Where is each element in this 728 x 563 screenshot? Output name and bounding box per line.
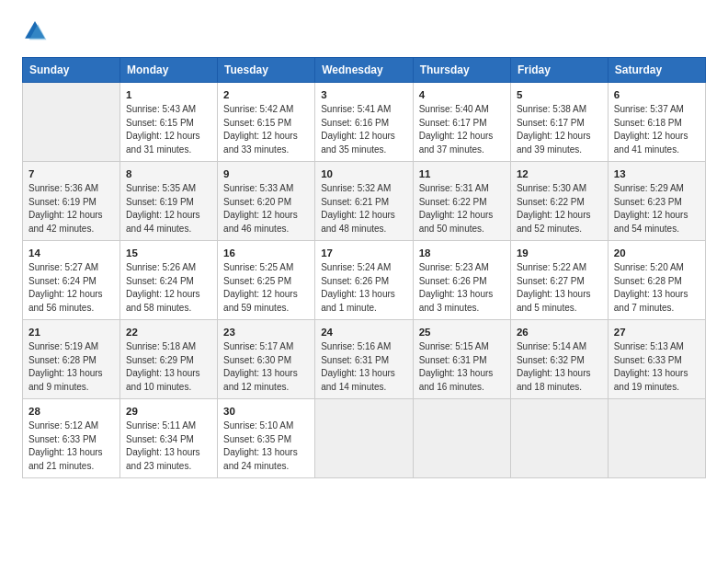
weekday-header: Tuesday — [218, 58, 315, 83]
calendar-cell: 18Sunrise: 5:23 AM Sunset: 6:26 PM Dayli… — [413, 241, 510, 320]
day-info: Sunrise: 5:27 AM Sunset: 6:24 PM Dayligh… — [28, 261, 114, 315]
day-info: Sunrise: 5:24 AM Sunset: 6:26 PM Dayligh… — [321, 261, 406, 315]
calendar-cell: 10Sunrise: 5:32 AM Sunset: 6:21 PM Dayli… — [315, 162, 413, 241]
day-info: Sunrise: 5:31 AM Sunset: 6:22 PM Dayligh… — [419, 182, 505, 236]
calendar-cell: 14Sunrise: 5:27 AM Sunset: 6:24 PM Dayli… — [23, 241, 120, 320]
weekday-header: Sunday — [23, 58, 120, 83]
day-number: 1 — [126, 87, 211, 102]
logo — [22, 18, 51, 44]
day-number: 4 — [419, 87, 505, 102]
day-number: 23 — [223, 325, 309, 339]
calendar-cell — [23, 83, 120, 162]
day-info: Sunrise: 5:43 AM Sunset: 6:15 PM Dayligh… — [126, 103, 211, 156]
page-header — [22, 18, 706, 44]
calendar-cell: 17Sunrise: 5:24 AM Sunset: 6:26 PM Dayli… — [315, 241, 413, 320]
calendar-cell: 4Sunrise: 5:40 AM Sunset: 6:17 PM Daylig… — [413, 83, 510, 162]
day-number: 28 — [28, 404, 114, 419]
day-number: 12 — [517, 167, 602, 181]
day-info: Sunrise: 5:32 AM Sunset: 6:21 PM Dayligh… — [321, 182, 406, 236]
calendar-cell: 3Sunrise: 5:41 AM Sunset: 6:16 PM Daylig… — [315, 83, 413, 162]
day-number: 15 — [126, 246, 211, 260]
calendar-cell: 28Sunrise: 5:12 AM Sunset: 6:33 PM Dayli… — [23, 399, 120, 478]
calendar-cell: 15Sunrise: 5:26 AM Sunset: 6:24 PM Dayli… — [120, 241, 218, 320]
day-info: Sunrise: 5:13 AM Sunset: 6:33 PM Dayligh… — [614, 340, 700, 394]
calendar-cell — [413, 399, 510, 478]
day-info: Sunrise: 5:19 AM Sunset: 6:28 PM Dayligh… — [28, 340, 114, 394]
day-info: Sunrise: 5:22 AM Sunset: 6:27 PM Dayligh… — [517, 261, 602, 315]
day-number: 11 — [419, 167, 505, 181]
calendar-cell: 22Sunrise: 5:18 AM Sunset: 6:29 PM Dayli… — [120, 320, 218, 399]
day-number: 17 — [321, 246, 406, 260]
day-info: Sunrise: 5:18 AM Sunset: 6:29 PM Dayligh… — [126, 340, 211, 394]
day-number: 29 — [126, 404, 211, 419]
calendar-cell: 2Sunrise: 5:42 AM Sunset: 6:15 PM Daylig… — [218, 83, 315, 162]
calendar-cell: 11Sunrise: 5:31 AM Sunset: 6:22 PM Dayli… — [413, 162, 510, 241]
day-info: Sunrise: 5:23 AM Sunset: 6:26 PM Dayligh… — [419, 261, 505, 315]
day-number: 19 — [517, 246, 602, 260]
calendar-cell: 23Sunrise: 5:17 AM Sunset: 6:30 PM Dayli… — [218, 320, 315, 399]
day-number: 3 — [321, 87, 406, 102]
day-number: 21 — [28, 325, 114, 339]
day-info: Sunrise: 5:15 AM Sunset: 6:31 PM Dayligh… — [419, 340, 505, 394]
day-number: 2 — [223, 87, 309, 102]
calendar-cell: 12Sunrise: 5:30 AM Sunset: 6:22 PM Dayli… — [510, 162, 608, 241]
calendar-cell: 8Sunrise: 5:35 AM Sunset: 6:19 PM Daylig… — [120, 162, 218, 241]
calendar-week-row: 21Sunrise: 5:19 AM Sunset: 6:28 PM Dayli… — [23, 320, 706, 399]
day-info: Sunrise: 5:40 AM Sunset: 6:17 PM Dayligh… — [419, 103, 505, 156]
calendar-cell — [315, 399, 413, 478]
calendar-cell: 13Sunrise: 5:29 AM Sunset: 6:23 PM Dayli… — [608, 162, 705, 241]
day-info: Sunrise: 5:36 AM Sunset: 6:19 PM Dayligh… — [28, 182, 114, 236]
day-info: Sunrise: 5:17 AM Sunset: 6:30 PM Dayligh… — [223, 340, 309, 394]
calendar-table: SundayMondayTuesdayWednesdayThursdayFrid… — [22, 57, 706, 478]
day-info: Sunrise: 5:11 AM Sunset: 6:34 PM Dayligh… — [126, 419, 211, 473]
calendar-week-row: 14Sunrise: 5:27 AM Sunset: 6:24 PM Dayli… — [23, 241, 706, 320]
calendar-week-row: 1Sunrise: 5:43 AM Sunset: 6:15 PM Daylig… — [23, 83, 706, 162]
day-number: 24 — [321, 325, 406, 339]
calendar-cell: 6Sunrise: 5:37 AM Sunset: 6:18 PM Daylig… — [608, 83, 705, 162]
weekday-header: Thursday — [413, 58, 510, 83]
day-number: 5 — [517, 87, 602, 102]
calendar-cell: 19Sunrise: 5:22 AM Sunset: 6:27 PM Dayli… — [510, 241, 608, 320]
day-number: 22 — [126, 325, 211, 339]
calendar-cell: 1Sunrise: 5:43 AM Sunset: 6:15 PM Daylig… — [120, 83, 218, 162]
calendar-cell: 25Sunrise: 5:15 AM Sunset: 6:31 PM Dayli… — [413, 320, 510, 399]
day-info: Sunrise: 5:12 AM Sunset: 6:33 PM Dayligh… — [28, 419, 114, 473]
calendar-cell: 16Sunrise: 5:25 AM Sunset: 6:25 PM Dayli… — [218, 241, 315, 320]
calendar-cell: 24Sunrise: 5:16 AM Sunset: 6:31 PM Dayli… — [315, 320, 413, 399]
day-info: Sunrise: 5:33 AM Sunset: 6:20 PM Dayligh… — [223, 182, 309, 236]
calendar-cell: 9Sunrise: 5:33 AM Sunset: 6:20 PM Daylig… — [218, 162, 315, 241]
day-number: 13 — [614, 167, 700, 181]
day-number: 9 — [223, 167, 309, 181]
day-number: 14 — [28, 246, 114, 260]
day-info: Sunrise: 5:29 AM Sunset: 6:23 PM Dayligh… — [614, 182, 700, 236]
calendar-cell: 5Sunrise: 5:38 AM Sunset: 6:17 PM Daylig… — [510, 83, 608, 162]
calendar-cell — [510, 399, 608, 478]
weekday-header: Wednesday — [315, 58, 413, 83]
day-info: Sunrise: 5:14 AM Sunset: 6:32 PM Dayligh… — [517, 340, 602, 394]
calendar-week-row: 28Sunrise: 5:12 AM Sunset: 6:33 PM Dayli… — [23, 399, 706, 478]
day-info: Sunrise: 5:16 AM Sunset: 6:31 PM Dayligh… — [321, 340, 406, 394]
page-container: SundayMondayTuesdayWednesdayThursdayFrid… — [0, 0, 728, 493]
day-number: 20 — [614, 246, 700, 260]
day-info: Sunrise: 5:37 AM Sunset: 6:18 PM Dayligh… — [614, 103, 700, 156]
weekday-header: Saturday — [608, 58, 705, 83]
day-info: Sunrise: 5:42 AM Sunset: 6:15 PM Dayligh… — [223, 103, 309, 156]
day-number: 6 — [614, 87, 700, 102]
day-info: Sunrise: 5:41 AM Sunset: 6:16 PM Dayligh… — [321, 103, 406, 156]
day-number: 25 — [419, 325, 505, 339]
calendar-week-row: 7Sunrise: 5:36 AM Sunset: 6:19 PM Daylig… — [23, 162, 706, 241]
calendar-cell: 21Sunrise: 5:19 AM Sunset: 6:28 PM Dayli… — [23, 320, 120, 399]
weekday-header: Monday — [120, 58, 218, 83]
calendar-cell: 29Sunrise: 5:11 AM Sunset: 6:34 PM Dayli… — [120, 399, 218, 478]
calendar-cell: 7Sunrise: 5:36 AM Sunset: 6:19 PM Daylig… — [23, 162, 120, 241]
day-number: 30 — [223, 404, 309, 419]
day-number: 10 — [321, 167, 406, 181]
day-number: 27 — [614, 325, 700, 339]
day-info: Sunrise: 5:25 AM Sunset: 6:25 PM Dayligh… — [223, 261, 309, 315]
day-info: Sunrise: 5:38 AM Sunset: 6:17 PM Dayligh… — [517, 103, 602, 156]
calendar-cell: 26Sunrise: 5:14 AM Sunset: 6:32 PM Dayli… — [510, 320, 608, 399]
day-number: 8 — [126, 167, 211, 181]
day-number: 16 — [223, 246, 309, 260]
calendar-cell — [608, 399, 705, 478]
calendar-header: SundayMondayTuesdayWednesdayThursdayFrid… — [23, 58, 706, 83]
